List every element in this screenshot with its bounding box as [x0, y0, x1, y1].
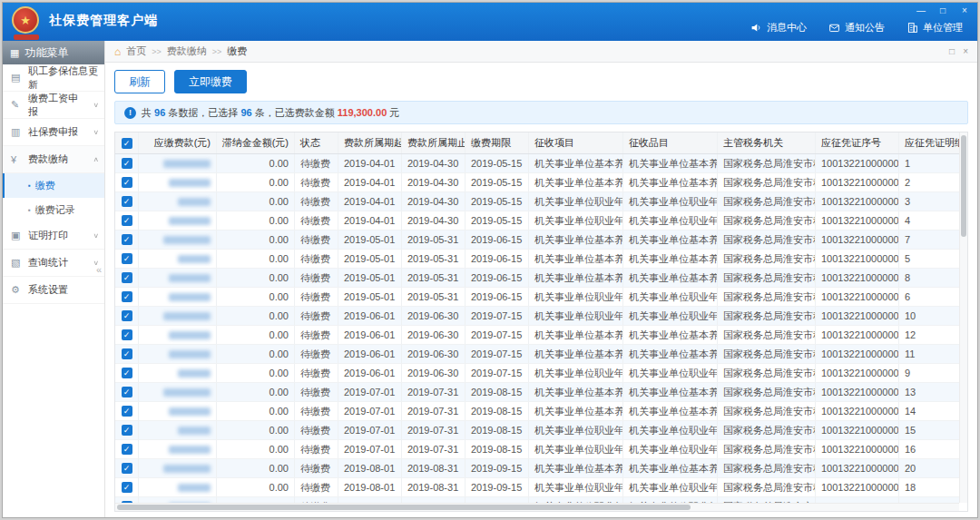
sidebar-item-system-settings[interactable]: ⚙ 系统设置: [3, 277, 104, 304]
table-row[interactable]: ✓0.00待缴费2019-07-012019-07-312019-08-15机关…: [115, 440, 959, 459]
row-checkbox[interactable]: ✓: [115, 250, 139, 268]
pay-now-button[interactable]: 立即缴费: [174, 70, 247, 93]
table-row[interactable]: ✓0.00待缴费2019-05-012019-05-312019-06-15机关…: [115, 288, 959, 307]
row-checkbox[interactable]: ✓: [115, 307, 139, 325]
chevron-down-icon: ∨: [93, 232, 99, 240]
cell-org: 国家税务总局淮安市税务局...: [718, 345, 816, 363]
row-checkbox[interactable]: ✓: [115, 383, 139, 401]
sidebar-item-fee-payment[interactable]: ¥ 费款缴纳 ∧: [3, 146, 104, 173]
cell-status: 待缴费: [295, 402, 338, 420]
cell-seq: 13: [899, 383, 959, 401]
cell-item: 机关事业单位职业年金: [529, 288, 623, 306]
sidebar-item-query-statistics[interactable]: ▧ 查询统计 ∨: [3, 250, 104, 277]
row-checkbox[interactable]: ✓: [115, 326, 139, 344]
notice-button[interactable]: 通知公告: [828, 21, 885, 34]
table-row[interactable]: ✓0.00待缴费2019-08-012019-08-312019-09-15机关…: [115, 459, 959, 478]
logo: ★: [12, 6, 41, 41]
cell-seq: 12: [899, 326, 959, 344]
sidebar-collapse-button[interactable]: «: [96, 264, 102, 275]
table-row[interactable]: ✓0.00待缴费2019-05-012019-05-312019-06-15机关…: [115, 250, 959, 269]
tab-close-icon[interactable]: ×: [963, 46, 968, 56]
row-checkbox[interactable]: ✓: [115, 364, 139, 382]
row-checkbox[interactable]: ✓: [115, 269, 139, 287]
table-row[interactable]: ✓0.00待缴费2019-05-012019-05-312019-06-15机关…: [115, 231, 959, 250]
table-row[interactable]: ✓0.00待缴费2019-04-012019-04-302019-05-15机关…: [115, 211, 959, 231]
row-checkbox[interactable]: ✓: [115, 421, 139, 439]
cell-cat: 机关事业单位基本养老保险...: [623, 250, 718, 268]
row-checkbox[interactable]: ✓: [115, 440, 139, 458]
minimize-button[interactable]: —: [916, 5, 926, 16]
table-row[interactable]: ✓0.00待缴费2019-08-012019-08-312019-09-15机关…: [115, 478, 959, 497]
cell-late: 0.00: [217, 307, 295, 325]
cell-vno: 10013221000000073...: [816, 192, 899, 211]
table-row[interactable]: ✓0.00待缴费2019-06-012019-06-302019-07-15机关…: [115, 364, 959, 383]
sidebar-subitem-pay[interactable]: ▪ 缴费: [3, 173, 104, 198]
cell-end: 2019-04-30: [402, 154, 466, 172]
table-row[interactable]: ✓0.00待缴费2019-04-012019-04-302019-05-15机关…: [115, 192, 959, 211]
cell-item: 机关事业单位基本养老保险费: [529, 231, 623, 249]
row-checkbox[interactable]: ✓: [115, 345, 139, 363]
cell-due: 2019-06-15: [466, 231, 529, 249]
total-count: 96: [154, 107, 165, 118]
window-controls: — □ ×: [916, 5, 970, 16]
vertical-scrollbar[interactable]: [959, 132, 967, 503]
sidebar-item-label: 缴费工资申报: [28, 92, 87, 119]
table-row[interactable]: ✓0.00待缴费2019-05-012019-05-312019-06-15机关…: [115, 269, 959, 288]
horizontal-scrollbar[interactable]: [115, 503, 959, 511]
cell-end: 2019-06-30: [402, 364, 466, 382]
table-row[interactable]: ✓0.00待缴费2019-07-012019-07-312019-08-15机关…: [115, 383, 959, 402]
table-row[interactable]: ✓0.00待缴费2019-06-012019-06-302019-07-15机关…: [115, 345, 959, 364]
emblem-tag: [14, 34, 39, 40]
sidebar-subitem-pay-records[interactable]: ▪ 缴费记录: [3, 198, 104, 222]
row-checkbox[interactable]: ✓: [115, 288, 139, 306]
cell-status: 待缴费: [295, 364, 338, 382]
cell-item: 机关事业单位基本养老保险费: [529, 326, 623, 344]
table-row[interactable]: ✓0.00待缴费2019-04-012019-04-302019-05-15机关…: [115, 173, 959, 192]
refresh-button[interactable]: 刷新: [114, 70, 165, 93]
cell-vno: 10013221000000073...: [816, 326, 899, 344]
row-checkbox[interactable]: ✓: [115, 192, 139, 211]
cell-seq: 8: [899, 269, 959, 287]
breadcrumb-home[interactable]: 首页: [126, 44, 146, 58]
unit-management-button[interactable]: 单位管理: [906, 21, 963, 34]
cell-late: 0.00: [217, 478, 295, 496]
row-checkbox[interactable]: ✓: [115, 459, 139, 477]
sidebar-item-fee-declaration[interactable]: ▥ 社保费申报 ∨: [3, 119, 104, 146]
column-header: 征收项目: [529, 132, 623, 153]
table-row[interactable]: ✓0.00待缴费2019-04-012019-04-302019-05-15机关…: [115, 154, 959, 173]
message-center-button[interactable]: 消息中心: [750, 21, 807, 34]
sidebar-item-certificate-print[interactable]: ▣ 证明打印 ∨: [3, 222, 104, 250]
cell-org: 国家税务总局淮安市税务局...: [718, 440, 816, 458]
row-checkbox[interactable]: ✓: [115, 173, 139, 191]
horizontal-scrollbar-thumb[interactable]: [117, 505, 691, 510]
cell-end: 2019-08-31: [402, 459, 466, 477]
cell-cat: 机关事业单位基本养老保险...: [623, 402, 718, 420]
row-checkbox[interactable]: ✓: [115, 478, 139, 496]
maximize-button[interactable]: □: [937, 5, 948, 16]
breadcrumb-fee-payment[interactable]: 费款缴纳: [167, 44, 207, 58]
cell-item: 机关事业单位职业年金: [529, 192, 623, 211]
tab-restore-icon[interactable]: □: [949, 46, 955, 56]
row-checkbox[interactable]: ✓: [115, 402, 139, 420]
cell-seq: 3: [899, 192, 959, 211]
table-row[interactable]: ✓0.00待缴费2019-06-012019-06-302019-07-15机关…: [115, 326, 959, 345]
cell-late: 0.00: [217, 345, 295, 363]
cell-end: 2019-06-30: [402, 307, 466, 325]
row-checkbox[interactable]: ✓: [115, 154, 139, 172]
table-row[interactable]: ✓0.00待缴费2019-07-012019-07-312019-08-15机关…: [115, 421, 959, 440]
row-checkbox[interactable]: ✓: [115, 211, 139, 230]
sidebar-item-employee-info-update[interactable]: ▤ 职工参保信息更新: [3, 64, 104, 92]
checkbox-checked-icon: ✓: [122, 138, 132, 149]
row-checkbox[interactable]: ✓: [115, 231, 139, 249]
cell-amount-redacted: [139, 402, 217, 420]
sidebar-item-wage-declaration[interactable]: ✎ 缴费工资申报 ∨: [3, 92, 104, 119]
select-all-checkbox[interactable]: ✓: [115, 132, 139, 153]
cell-amount-redacted: [139, 231, 217, 249]
table-row[interactable]: ✓0.00待缴费2019-06-012019-06-302019-07-15机关…: [115, 307, 959, 326]
table-row[interactable]: ✓0.00待缴费2019-07-012019-07-312019-08-15机关…: [115, 402, 959, 421]
checkbox-checked-icon: ✓: [122, 406, 132, 417]
close-button[interactable]: ×: [959, 5, 970, 16]
cell-end: 2019-07-31: [402, 440, 466, 458]
cell-late: 0.00: [217, 269, 295, 287]
vertical-scrollbar-thumb[interactable]: [961, 135, 966, 237]
